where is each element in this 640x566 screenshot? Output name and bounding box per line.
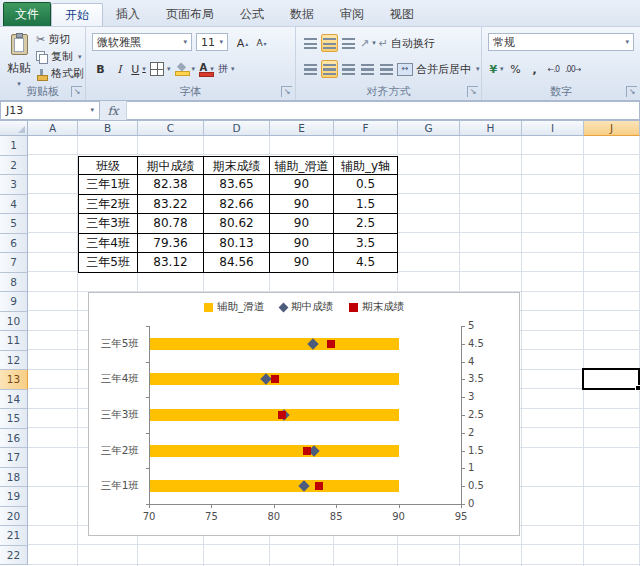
number-dialog-launcher[interactable] bbox=[626, 86, 637, 97]
table-header-cell[interactable]: 期末成绩 bbox=[204, 156, 270, 176]
row-header-15[interactable]: 15 bbox=[0, 409, 28, 429]
orientation-button[interactable] bbox=[359, 34, 377, 52]
row-header-18[interactable]: 18 bbox=[0, 468, 28, 488]
cut-button[interactable]: 剪切 bbox=[36, 31, 86, 48]
row-header-3[interactable]: 3 bbox=[0, 175, 28, 195]
table-cell[interactable]: 2.5 bbox=[334, 214, 398, 234]
column-header-I[interactable]: I bbox=[522, 121, 584, 136]
table-cell[interactable]: 三年5班 bbox=[78, 253, 138, 273]
insert-function-button[interactable]: fx bbox=[100, 101, 127, 120]
font-size-combo[interactable]: 11 ▾ bbox=[196, 33, 228, 51]
font-name-combo[interactable]: 微软雅黑 ▾ bbox=[92, 33, 192, 51]
font-dialog-launcher[interactable] bbox=[281, 86, 292, 97]
row-header-6[interactable]: 6 bbox=[0, 234, 28, 254]
row-header-1[interactable]: 1 bbox=[0, 136, 28, 156]
tab-页面布局[interactable]: 页面布局 bbox=[153, 3, 227, 26]
chart[interactable]: 辅助_滑道期中成绩期末成绩 70758085909500.511.522.533… bbox=[88, 292, 520, 536]
tab-插入[interactable]: 插入 bbox=[103, 3, 153, 26]
row-header-4[interactable]: 4 bbox=[0, 195, 28, 215]
table-cell[interactable]: 1.5 bbox=[334, 195, 398, 215]
table-cell[interactable]: 90 bbox=[270, 214, 334, 234]
align-bottom-button[interactable] bbox=[340, 34, 357, 52]
column-header-C[interactable]: C bbox=[138, 121, 204, 136]
fill-color-button[interactable] bbox=[174, 60, 197, 78]
row-header-16[interactable]: 16 bbox=[0, 429, 28, 449]
align-left-button[interactable] bbox=[302, 60, 319, 78]
comma-format-button[interactable]: , bbox=[526, 60, 543, 78]
table-cell[interactable]: 三年1班 bbox=[78, 175, 138, 195]
file-tab[interactable]: 文件 bbox=[3, 2, 51, 26]
row-header-5[interactable]: 5 bbox=[0, 214, 28, 234]
tab-视图[interactable]: 视图 bbox=[377, 3, 427, 26]
column-header-E[interactable]: E bbox=[270, 121, 334, 136]
row-header-10[interactable]: 10 bbox=[0, 312, 28, 332]
table-cell[interactable]: 三年3班 bbox=[78, 214, 138, 234]
table-cell[interactable]: 0.5 bbox=[334, 175, 398, 195]
format-painter-button[interactable]: 格式刷 bbox=[36, 65, 86, 82]
table-cell[interactable]: 83.12 bbox=[138, 253, 204, 273]
table-cell[interactable]: 90 bbox=[270, 253, 334, 273]
table-cell[interactable]: 3.5 bbox=[334, 234, 398, 254]
table-cell[interactable]: 82.38 bbox=[138, 175, 204, 195]
row-header-17[interactable]: 17 bbox=[0, 448, 28, 468]
copy-button[interactable]: 复制 bbox=[36, 48, 86, 65]
table-cell[interactable]: 4.5 bbox=[334, 253, 398, 273]
increase-decimal-button[interactable] bbox=[545, 60, 562, 78]
table-cell[interactable]: 三年4班 bbox=[78, 234, 138, 254]
active-cell-J13[interactable] bbox=[582, 368, 640, 390]
table-cell[interactable]: 90 bbox=[270, 234, 334, 254]
tab-开始[interactable]: 开始 bbox=[51, 3, 103, 26]
column-header-G[interactable]: G bbox=[398, 121, 460, 136]
table-cell[interactable]: 79.36 bbox=[138, 234, 204, 254]
name-box[interactable]: J13 ▾ bbox=[0, 101, 100, 120]
column-header-H[interactable]: H bbox=[460, 121, 522, 136]
select-all-corner[interactable] bbox=[0, 121, 28, 136]
shrink-font-button[interactable]: A bbox=[253, 34, 270, 52]
tab-审阅[interactable]: 审阅 bbox=[327, 3, 377, 26]
row-header-8[interactable]: 8 bbox=[0, 273, 28, 293]
column-header-D[interactable]: D bbox=[204, 121, 270, 136]
table-cell[interactable]: 83.22 bbox=[138, 195, 204, 215]
wrap-text-button[interactable]: 自动换行 bbox=[379, 36, 435, 51]
column-header-F[interactable]: F bbox=[334, 121, 398, 136]
alignment-dialog-launcher[interactable] bbox=[467, 86, 478, 97]
grow-font-button[interactable]: A bbox=[234, 34, 251, 52]
phonetic-guide-button[interactable] bbox=[217, 60, 236, 78]
increase-indent-button[interactable] bbox=[378, 60, 395, 78]
tab-数据[interactable]: 数据 bbox=[277, 3, 327, 26]
percent-format-button[interactable]: % bbox=[507, 60, 524, 78]
table-cell[interactable]: 80.62 bbox=[204, 214, 270, 234]
table-cell[interactable]: 90 bbox=[270, 175, 334, 195]
column-header-J[interactable]: J bbox=[584, 121, 640, 136]
align-middle-button[interactable] bbox=[321, 34, 338, 52]
currency-format-button[interactable]: ¥ bbox=[488, 60, 505, 78]
paste-button[interactable]: 粘贴 ▾ bbox=[4, 31, 34, 91]
table-cell[interactable]: 82.66 bbox=[204, 195, 270, 215]
bold-button[interactable]: B bbox=[92, 60, 109, 78]
align-center-button[interactable] bbox=[321, 60, 338, 78]
clipboard-dialog-launcher[interactable] bbox=[71, 86, 82, 97]
column-header-A[interactable]: A bbox=[28, 121, 78, 136]
table-cell[interactable]: 84.56 bbox=[204, 253, 270, 273]
merge-center-button[interactable]: 合并后居中 bbox=[397, 62, 480, 77]
row-header-13[interactable]: 13 bbox=[0, 370, 28, 390]
formula-input[interactable] bbox=[127, 101, 640, 120]
row-header-2[interactable]: 2 bbox=[0, 156, 28, 176]
decrease-indent-button[interactable] bbox=[359, 60, 376, 78]
table-header-cell[interactable]: 辅助_y轴 bbox=[334, 156, 398, 176]
grid[interactable]: 班级期中成绩期末成绩辅助_滑道辅助_y轴三年1班82.3883.65900.5三… bbox=[28, 136, 640, 566]
table-cell[interactable]: 三年2班 bbox=[78, 195, 138, 215]
italic-button[interactable]: I bbox=[111, 60, 128, 78]
align-top-button[interactable] bbox=[302, 34, 319, 52]
table-cell[interactable]: 90 bbox=[270, 195, 334, 215]
row-header-22[interactable]: 22 bbox=[0, 546, 28, 566]
legend-item[interactable]: 期中成绩 bbox=[280, 300, 333, 314]
table-cell[interactable]: 80.13 bbox=[204, 234, 270, 254]
row-header-14[interactable]: 14 bbox=[0, 390, 28, 410]
decrease-decimal-button[interactable] bbox=[564, 60, 581, 78]
row-header-7[interactable]: 7 bbox=[0, 253, 28, 273]
table-header-cell[interactable]: 辅助_滑道 bbox=[270, 156, 334, 176]
column-header-B[interactable]: B bbox=[78, 121, 138, 136]
underline-button[interactable]: U bbox=[130, 60, 147, 78]
borders-button[interactable] bbox=[149, 60, 172, 78]
